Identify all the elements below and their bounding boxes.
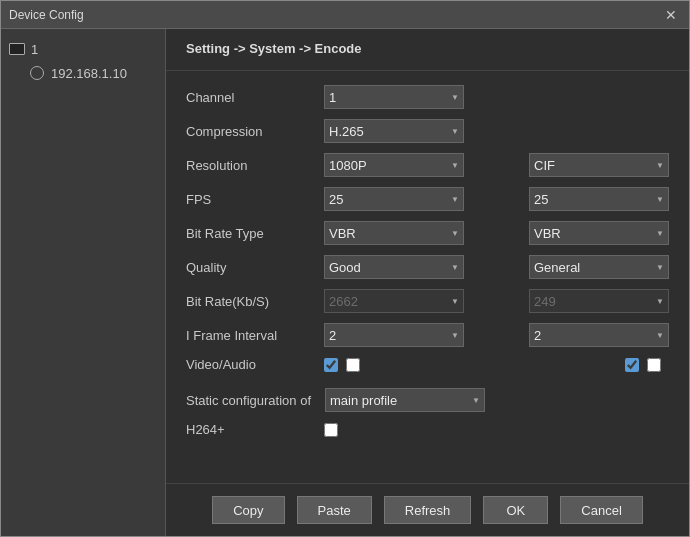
quality-left-wrapper: LowestLowerLowMediumGoodHigherHighest: [324, 255, 464, 279]
compression-select-wrapper: H.264H.265H.264HH.264B: [324, 119, 464, 143]
resolution-row: Resolution 1080P720PD1CIF CIFQCIFD1720P: [186, 153, 669, 177]
sidebar-device-label: 1: [31, 42, 38, 57]
resolution-label: Resolution: [186, 158, 316, 173]
ok-button[interactable]: OK: [483, 496, 548, 524]
i-frame-label: I Frame Interval: [186, 328, 316, 343]
i-frame-left-wrapper: 21345: [324, 323, 464, 347]
sidebar-ip-label: 192.168.1.10: [51, 66, 127, 81]
fps-left-select[interactable]: 25201510: [324, 187, 464, 211]
bit-rate-type-row: Bit Rate Type VBRCBR VBRCBR: [186, 221, 669, 245]
breadcrumb-text: Setting -> System -> Encode: [186, 41, 362, 56]
channel-select[interactable]: 1234: [324, 85, 464, 109]
network-icon: [29, 65, 45, 81]
title-bar: Device Config ✕: [1, 1, 689, 29]
content-area: 1 192.168.1.10 Setting -> System -> Enco…: [1, 29, 689, 536]
main-panel: Setting -> System -> Encode Channel 1234…: [166, 29, 689, 536]
bit-rate-label: Bit Rate(Kb/S): [186, 294, 316, 309]
i-frame-right-wrapper: 21345: [529, 323, 669, 347]
cancel-button[interactable]: Cancel: [560, 496, 642, 524]
video-audio-label: Video/Audio: [186, 357, 316, 372]
paste-button[interactable]: Paste: [297, 496, 372, 524]
bit-rate-type-left-wrapper: VBRCBR: [324, 221, 464, 245]
fps-right-wrapper: 25201510: [529, 187, 669, 211]
resolution-left-wrapper: 1080P720PD1CIF: [324, 153, 464, 177]
sidebar-item-ip[interactable]: 192.168.1.10: [1, 61, 165, 85]
bit-rate-right-select: 249: [529, 289, 669, 313]
bit-rate-right-wrapper: 249: [529, 289, 669, 313]
video-audio-right-group: [625, 358, 661, 372]
window-title: Device Config: [9, 8, 84, 22]
static-config-select[interactable]: main profilebaseline profilehigh profile: [325, 388, 485, 412]
bit-rate-row: Bit Rate(Kb/S) 2662 249: [186, 289, 669, 313]
bit-rate-type-right-wrapper: VBRCBR: [529, 221, 669, 245]
sidebar-item-device[interactable]: 1: [1, 37, 165, 61]
static-config-label: Static configuration of: [186, 393, 311, 408]
resolution-left-select[interactable]: 1080P720PD1CIF: [324, 153, 464, 177]
main-window: Device Config ✕ 1 192.168.1.10 Setting -…: [0, 0, 690, 537]
fps-row: FPS 25201510 25201510: [186, 187, 669, 211]
compression-row: Compression H.264H.265H.264HH.264B: [186, 119, 669, 143]
audio-right-checkbox[interactable]: [647, 358, 661, 372]
video-left-checkbox[interactable]: [324, 358, 338, 372]
compression-label: Compression: [186, 124, 316, 139]
resolution-right-select[interactable]: CIFQCIFD1720P: [529, 153, 669, 177]
h264-row: H264+: [186, 422, 669, 437]
bit-rate-type-label: Bit Rate Type: [186, 226, 316, 241]
video-right-checkbox[interactable]: [625, 358, 639, 372]
refresh-button[interactable]: Refresh: [384, 496, 472, 524]
quality-right-wrapper: LowestLowerLowGeneralGoodHigherHighest: [529, 255, 669, 279]
button-bar: Copy Paste Refresh OK Cancel: [166, 483, 689, 536]
bit-rate-type-left-select[interactable]: VBRCBR: [324, 221, 464, 245]
quality-left-select[interactable]: LowestLowerLowMediumGoodHigherHighest: [324, 255, 464, 279]
breadcrumb: Setting -> System -> Encode: [166, 29, 689, 71]
form-area: Channel 1234 Compression H.264H.265H.264…: [166, 71, 689, 483]
monitor-icon: [9, 41, 25, 57]
bit-rate-type-right-select[interactable]: VBRCBR: [529, 221, 669, 245]
channel-select-wrapper: 1234: [324, 85, 464, 109]
i-frame-row: I Frame Interval 21345 21345: [186, 323, 669, 347]
sidebar: 1 192.168.1.10: [1, 29, 166, 536]
i-frame-left-select[interactable]: 21345: [324, 323, 464, 347]
quality-right-select[interactable]: LowestLowerLowGeneralGoodHigherHighest: [529, 255, 669, 279]
h264-label: H264+: [186, 422, 316, 437]
i-frame-right-select[interactable]: 21345: [529, 323, 669, 347]
quality-row: Quality LowestLowerLowMediumGoodHigherHi…: [186, 255, 669, 279]
resolution-right-wrapper: CIFQCIFD1720P: [529, 153, 669, 177]
video-audio-left-group: [324, 358, 360, 372]
compression-select[interactable]: H.264H.265H.264HH.264B: [324, 119, 464, 143]
fps-label: FPS: [186, 192, 316, 207]
quality-label: Quality: [186, 260, 316, 275]
channel-label: Channel: [186, 90, 316, 105]
bit-rate-left-wrapper: 2662: [324, 289, 464, 313]
h264plus-checkbox[interactable]: [324, 423, 338, 437]
copy-button[interactable]: Copy: [212, 496, 284, 524]
close-button[interactable]: ✕: [661, 7, 681, 23]
bit-rate-left-select: 2662: [324, 289, 464, 313]
static-config-select-wrapper: main profilebaseline profilehigh profile: [325, 388, 485, 412]
audio-left-checkbox[interactable]: [346, 358, 360, 372]
video-audio-row: Video/Audio: [186, 357, 669, 372]
channel-row: Channel 1234: [186, 85, 669, 109]
fps-left-wrapper: 25201510: [324, 187, 464, 211]
static-config-row: Static configuration of main profilebase…: [186, 388, 669, 412]
fps-right-select[interactable]: 25201510: [529, 187, 669, 211]
